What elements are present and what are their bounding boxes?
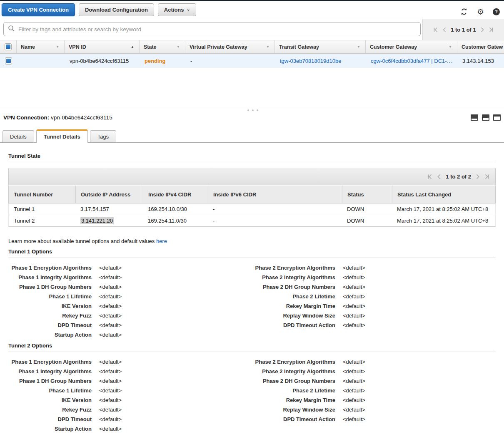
column-header-label: State	[144, 44, 157, 50]
option-value: <default>	[335, 274, 496, 280]
option-label: DPD Timeout	[8, 322, 92, 328]
help-glyph: ?	[493, 8, 500, 15]
tunnel-number-cell: Tunnel 2	[9, 215, 75, 226]
option-value: <default>	[92, 397, 245, 403]
column-header-vpn-id[interactable]: VPN ID▲	[65, 40, 140, 53]
detail-title: VPN Connection: vpn-0b4be6424ccf63115	[3, 114, 112, 121]
option-value: <default>	[92, 378, 245, 384]
cell-text: DOWN	[347, 206, 364, 212]
option-label: DPD Timeout Action	[245, 322, 335, 328]
status-cell: DOWN	[342, 215, 392, 226]
learn-more-line: Learn more about available tunnel option…	[8, 238, 167, 244]
column-header-customer-gateway[interactable]: Customer Gateway▼	[366, 40, 457, 53]
option-label: Phase 1 Lifetime	[8, 387, 92, 394]
column-header-label: Status	[347, 191, 364, 198]
column-header-virtual-private-gateway[interactable]: Virtual Private Gateway▼	[185, 40, 275, 53]
column-header-label: Inside IPv6 CIDR	[213, 191, 256, 198]
tab-details[interactable]: Details	[2, 130, 34, 142]
tunnel-table-rows: Tunnel 13.17.54.157169.254.10.0/30-DOWNM…	[8, 203, 496, 227]
option-value: <default>	[92, 359, 245, 365]
select-all-cell	[0, 40, 17, 53]
previous-page-icon[interactable]	[442, 27, 446, 32]
option-label: Phase 2 DH Group Numbers	[245, 378, 335, 384]
option-value: <default>	[92, 368, 245, 375]
option-label: Phase 1 DH Group Numbers	[8, 284, 92, 290]
cell-text: 169.254.10.0/30	[148, 206, 187, 212]
option-label: Phase 1 Encryption Algorithms	[8, 265, 92, 271]
next-page-icon[interactable]	[476, 174, 480, 179]
option-value: <default>	[335, 322, 496, 328]
pagination-label: 1 to 2 of 2	[446, 174, 471, 180]
option-value: <default>	[335, 407, 496, 413]
customer-gateway-link[interactable]: cgw-0c6f4cdbb03dfa477 | DC1-…	[371, 58, 452, 64]
tunnel-number-cell: Tunnel 1	[9, 203, 75, 215]
tunnel-state-table: 1 to 2 of 2 Tunnel NumberOutside IP Addr…	[8, 168, 496, 227]
cell-text: DOWN	[347, 218, 364, 224]
sort-icon: ▼	[354, 45, 363, 49]
option-label: IKE Version	[8, 303, 92, 309]
toolbar-buttons: Create VPN Connection Download Configura…	[2, 3, 196, 16]
tab-tags[interactable]: Tags	[90, 130, 116, 142]
option-value: <default>	[335, 397, 496, 403]
column-header-transit-gateway[interactable]: Transit Gateway▼	[275, 40, 366, 53]
option-label: Replay Window Size	[245, 313, 335, 319]
gear-glyph: ⚙	[477, 7, 484, 16]
option-label: IKE Version	[8, 397, 92, 403]
select-all-checkbox[interactable]	[5, 43, 12, 50]
option-value: <default>	[335, 368, 496, 375]
selected-text: 3.141.221.20	[80, 217, 114, 224]
pane-size-medium-icon[interactable]	[482, 114, 489, 121]
column-header-customer-gatew[interactable]: Customer Gatew	[457, 40, 504, 53]
option-label: Phase 2 Integrity Algorithms	[245, 368, 335, 375]
outside-ip-cell: 3.17.54.157	[75, 203, 143, 215]
gear-icon[interactable]: ⚙	[477, 7, 484, 16]
actions-button-label: Actions	[164, 7, 184, 13]
create-vpn-connection-button[interactable]: Create VPN Connection	[2, 3, 75, 16]
pagination-label: 1 to 1 of 1	[451, 27, 476, 33]
first-page-icon[interactable]	[427, 174, 432, 179]
option-label: Phase 2 Encryption Algorithms	[245, 359, 335, 365]
next-page-icon[interactable]	[481, 27, 484, 32]
vpn-table-row[interactable]: vpn-0b4be6424ccf63115 pending - tgw-03eb…	[0, 54, 504, 68]
transit-gateway-link[interactable]: tgw-03eb70818019d10be	[280, 58, 341, 64]
last-page-icon[interactable]	[489, 27, 494, 32]
option-label: Phase 1 Integrity Algorithms	[8, 368, 92, 375]
pane-size-large-icon[interactable]	[493, 114, 501, 121]
pane-size-small-icon[interactable]	[471, 114, 478, 121]
vpn-id-cell: vpn-0b4be6424ccf63115	[65, 54, 140, 68]
filter-input[interactable]	[18, 26, 416, 32]
refresh-icon[interactable]	[460, 7, 468, 16]
help-icon[interactable]: ?	[493, 8, 500, 15]
learn-more-text: Learn more about available tunnel option…	[8, 238, 155, 244]
last-changed-cell: March 17, 2021 at 8:25:02 AM UTC+8	[392, 215, 495, 226]
column-header-label: VPN ID	[69, 44, 86, 50]
column-header-label: Transit Gateway	[279, 44, 319, 50]
option-label: Rekey Fuzz	[8, 407, 92, 413]
column-header-inside-ipv4-cidr: Inside IPv4 CIDR	[143, 186, 208, 203]
tunnel-row: Tunnel 13.17.54.157169.254.10.0/30-DOWNM…	[8, 203, 496, 215]
tunnel-1-options-heading: Tunnel 1 Options	[8, 248, 496, 255]
first-page-icon[interactable]	[433, 27, 438, 32]
actions-button[interactable]: Actions ∨	[158, 3, 196, 16]
filter-bar: 1 to 1 of 1	[0, 19, 504, 40]
download-configuration-button[interactable]: Download Configuration	[79, 3, 154, 16]
learn-more-link[interactable]: here	[156, 238, 167, 244]
option-value: <default>	[92, 407, 245, 413]
option-label: Phase 2 DH Group Numbers	[245, 284, 335, 290]
row-checkbox[interactable]	[5, 57, 12, 64]
pane-divider	[0, 108, 504, 108]
option-label: Phase 2 Encryption Algorithms	[245, 265, 335, 271]
cell-text: -	[213, 206, 215, 212]
tab-tunnel-details[interactable]: Tunnel Details	[36, 129, 88, 143]
option-label: Replay Window Size	[245, 407, 335, 413]
column-header-state[interactable]: State▼	[140, 40, 185, 53]
column-header-label: Status Last Changed	[397, 191, 451, 198]
cell-text: 169.254.11.0/30	[148, 218, 187, 224]
column-header-name[interactable]: Name▼	[17, 40, 65, 53]
pane-resize-handle[interactable]	[247, 109, 258, 111]
sort-icon: ▼	[52, 45, 62, 49]
previous-page-icon[interactable]	[437, 174, 441, 179]
last-page-icon[interactable]	[485, 174, 489, 179]
sort-icon: ▲	[127, 45, 137, 49]
column-header-label: Virtual Private Gateway	[190, 44, 247, 50]
